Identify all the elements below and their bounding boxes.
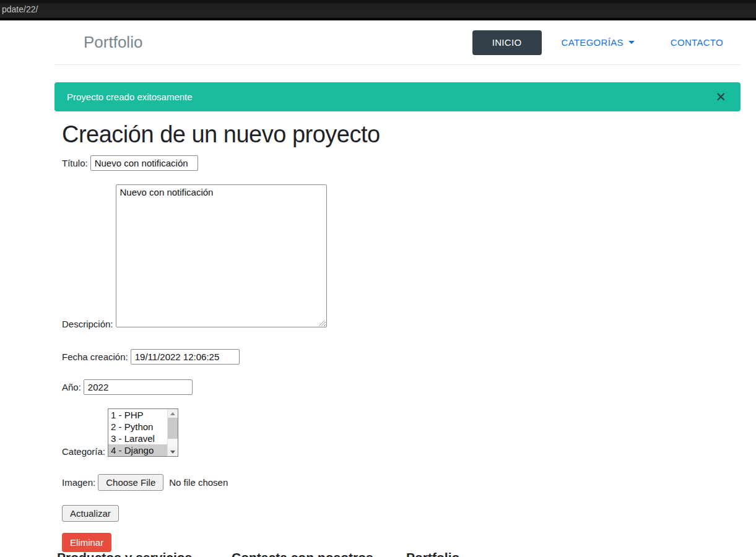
main-content: Creación de un nuevo proyecto Título: De… [62,121,756,552]
titulo-label: Título: [62,158,88,168]
success-alert: Proyecto creado exitosamente ✕ [54,82,741,111]
nav-inicio-button[interactable]: INICIO [472,30,542,55]
navbar: Portfolio INICIO CATEGORÍAS CONTACTO [0,20,756,65]
url-text: pdate/22/ [0,4,38,17]
descripcion-textarea[interactable]: Nuevo con notificación [116,184,327,327]
imagen-label: Imagen: [62,477,95,488]
nav-categorias-dropdown[interactable]: CATEGORÍAS [562,37,635,48]
categoria-label: Categoría: [62,446,105,457]
file-status-text: No file chosen [169,477,228,488]
descripcion-label: Descripción: [62,319,113,329]
anio-input[interactable] [84,379,193,395]
alert-message: Proyecto creado exitosamente [67,92,193,102]
scroll-down-icon[interactable] [168,447,178,456]
titulo-input[interactable] [90,155,198,171]
project-form: Título: Descripción:Nuevo con notificaci… [62,155,756,552]
categoria-listbox[interactable]: 1 - PHP2 - Python3 - Laravel4 - Django [108,408,178,457]
fecha-creacion-input[interactable] [131,349,240,365]
footer-heading-contacta: Contacta con nosotros [232,550,373,557]
category-option[interactable]: 1 - PHP [108,409,167,421]
eliminar-button[interactable]: Eliminar [62,533,111,552]
listbox-scrollbar[interactable] [167,409,178,456]
actualizar-button[interactable]: Actualizar [62,505,119,522]
fecha-creacion-label: Fecha creación: [62,352,128,362]
footer-heading-portfolio: Portfolio [406,550,459,557]
anio-label: Año: [62,382,81,392]
scrollbar-thumb[interactable] [168,418,178,439]
category-option[interactable]: 4 - Django [108,444,167,456]
nav-contacto-link[interactable]: CONTACTO [671,37,723,48]
category-option[interactable]: 2 - Python [108,421,167,433]
page-title: Creación de un nuevo proyecto [62,121,756,148]
choose-file-button[interactable]: Choose File [98,474,163,491]
footer: Productos y servicios Contacta con nosot… [57,550,756,557]
category-option[interactable]: 3 - Laravel [108,433,167,444]
close-icon[interactable]: ✕ [715,90,728,103]
scroll-up-icon[interactable] [168,409,178,418]
footer-heading-productos: Productos y servicios [57,550,192,557]
nav-categorias-label: CATEGORÍAS [562,37,623,48]
chevron-down-icon [628,41,635,44]
brand-link[interactable]: Portfolio [84,33,142,52]
browser-url-bar[interactable]: pdate/22/ [0,0,756,20]
